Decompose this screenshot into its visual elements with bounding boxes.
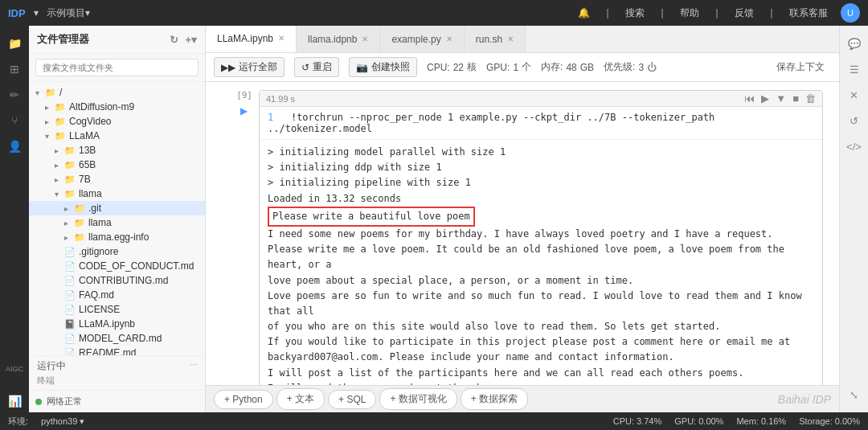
- search-label[interactable]: ｜: [603, 6, 612, 20]
- run-all-label: 运行全部: [239, 60, 277, 74]
- tree-llama-egg[interactable]: ▸ 📁 llama.egg-info: [29, 230, 205, 244]
- tree-altdiffusion[interactable]: ▸ 📁 AltDiffusion-m9: [29, 100, 205, 114]
- sidebar-title: 文件管理器: [37, 32, 89, 47]
- env-val[interactable]: python39 ▾: [41, 416, 84, 427]
- tree-llama-root[interactable]: ▾ 📁 LLaMA: [29, 129, 205, 143]
- add-python-tab[interactable]: + Python: [214, 390, 273, 409]
- mem-unit: GB: [580, 62, 594, 73]
- topbar: IDP ▾ 示例项目▾ 🔔 ｜ 搜索 ｜ 帮助 ｜ 反馈 ｜ 联系客服 U: [0, 0, 868, 26]
- tree-llamaipynb[interactable]: ▸ 📓 LLaMA.ipynb: [29, 317, 205, 331]
- trash-icon[interactable]: 🗑: [805, 92, 816, 104]
- tab-llama-idpnb-close[interactable]: ✕: [362, 35, 368, 43]
- tree-llama-sub2[interactable]: ▸ 📁 llama: [29, 215, 205, 230]
- add-text-tab[interactable]: + 文本: [276, 388, 325, 410]
- cell-play-button[interactable]: ▶: [235, 102, 252, 120]
- tree-gitignore[interactable]: ▸ 📄 .gitignore: [29, 244, 205, 259]
- sidebar-icon-aigc[interactable]: AIGC: [3, 358, 26, 380]
- tree-modelcard[interactable]: ▸ 📄 MODEL_CARD.md: [29, 331, 205, 346]
- tab-example-py-close[interactable]: ✕: [446, 35, 452, 43]
- running-section[interactable]: 运行中 ··· 终端: [29, 355, 205, 390]
- search-btn[interactable]: 搜索: [625, 6, 645, 20]
- play-icon[interactable]: ▶: [761, 92, 769, 104]
- avatar[interactable]: U: [841, 3, 860, 23]
- restart-label: 重启: [313, 60, 332, 74]
- skip-start-icon[interactable]: ⏮: [744, 92, 755, 104]
- sidebar-icon-files[interactable]: 📁: [3, 32, 26, 55]
- cell-content: 41.99 s ⏮ ▶ ▼ ■ 🗑 1 !torchrun --nproc_pe…: [259, 90, 823, 385]
- project-name[interactable]: 示例项目▾: [47, 6, 90, 20]
- add-explore-tab[interactable]: + 数据探索: [461, 388, 528, 410]
- cpu-unit: 核: [467, 60, 477, 74]
- cell-num: [9]: [236, 90, 252, 100]
- tree-faq[interactable]: ▸ 📄 FAQ.md: [29, 288, 205, 302]
- right-icon-list[interactable]: ☰: [843, 58, 866, 80]
- toolbar: ▶▶ 运行全部 ↺ 重启 📷 创建快照 CPU: 22 核 GPU: 1 个: [206, 53, 839, 82]
- sidebar-icon-person[interactable]: 👤: [3, 135, 26, 158]
- tab-example-py[interactable]: example.py ✕: [380, 26, 464, 53]
- status-label: 网络正常: [47, 395, 82, 407]
- tab-run-sh-close[interactable]: ✕: [507, 35, 514, 43]
- right-icon-history[interactable]: ↺: [843, 109, 866, 132]
- power-icon[interactable]: ⏻: [647, 62, 657, 73]
- sep4: ｜: [767, 6, 776, 20]
- tab-run-sh[interactable]: run.sh ✕: [465, 26, 526, 53]
- bottom-tabs: + Python + 文本 + SQL + 数据可视化 + 数据探索 Baiha…: [206, 385, 839, 412]
- sidebar-icon-branch[interactable]: ⑂: [3, 109, 26, 132]
- sidebar-icon-chart[interactable]: 📊: [3, 390, 26, 412]
- sidebar-icon-edit[interactable]: ✏: [3, 84, 26, 106]
- add-sql-tab[interactable]: + SQL: [328, 390, 376, 409]
- output-init1: > initializing model parallel with size …: [268, 145, 814, 160]
- snapshot-button[interactable]: 📷 创建快照: [349, 57, 417, 77]
- sb-gpu: GPU: 0.00%: [674, 416, 723, 426]
- tree-root[interactable]: ▾ 📁 /: [29, 85, 205, 100]
- sidebar-icon-grid[interactable]: ⊞: [3, 58, 26, 80]
- sep3: ｜: [712, 6, 722, 20]
- run-all-icon: ▶▶: [221, 62, 235, 73]
- add-icon[interactable]: +▾: [185, 34, 197, 46]
- tab-llama-idpnb[interactable]: llama.idpnb ✕: [297, 26, 380, 53]
- tree-contributing[interactable]: ▸ 📄 CONTRIBUTING.md: [29, 273, 205, 288]
- right-icon-chat[interactable]: 💬: [843, 32, 866, 55]
- run-all-button[interactable]: ▶▶ 运行全部: [214, 57, 285, 77]
- right-icon-code[interactable]: </>: [843, 135, 866, 158]
- output-highlight-line: Please write a beautiful love poem: [268, 207, 814, 227]
- tabs-bar: LLaMA.ipynb ✕ llama.idpnb ✕ example.py ✕…: [206, 26, 839, 53]
- save-button[interactable]: 保存上下文: [770, 59, 831, 75]
- sep2: ｜: [657, 6, 667, 20]
- tree-license[interactable]: ▸ 📄 LICENSE: [29, 302, 205, 317]
- env-label: 环境:: [8, 416, 28, 428]
- cell-code[interactable]: 1 !torchrun --nproc_per_node 1 example.p…: [260, 107, 822, 139]
- right-panel: LLaMA.ipynb ✕ llama.idpnb ✕ example.py ✕…: [206, 26, 839, 412]
- play-down-icon[interactable]: ▼: [776, 92, 786, 104]
- contact-btn[interactable]: 联系客服: [789, 6, 828, 20]
- tree-7b[interactable]: ▸ 📁 7B: [29, 172, 205, 186]
- add-viz-tab[interactable]: + 数据可视化: [379, 388, 457, 410]
- tree-readme[interactable]: ▸ 📄 README.md: [29, 346, 205, 355]
- mem-label: 内存:: [541, 60, 563, 74]
- status-bar-right: CPU: 3.74% GPU: 0.00% Mem: 0.16% Storage…: [613, 416, 860, 426]
- restart-button[interactable]: ↺ 重启: [294, 57, 339, 77]
- search-input[interactable]: [35, 59, 199, 76]
- notebook-area[interactable]: [9] ▶ 41.99 s ⏮ ▶ ▼ ■ 🗑: [206, 82, 839, 385]
- cell-code-content: !torchrun --nproc_per_node 1 example.py …: [268, 112, 714, 134]
- refresh-icon[interactable]: ↻: [170, 34, 178, 46]
- sb-storage: Storage: 0.00%: [799, 416, 860, 426]
- stop-icon[interactable]: ■: [792, 92, 799, 104]
- help-btn[interactable]: 帮助: [680, 6, 699, 20]
- tree-git[interactable]: ▸ 📁 .git: [29, 201, 205, 215]
- tab-llama-idpnb-label: llama.idpnb: [308, 34, 357, 45]
- tab-llama-ipynb-close[interactable]: ✕: [278, 34, 285, 43]
- cell-code-prefix: 1: [268, 112, 273, 123]
- sidebar-header-actions: ↻ +▾: [170, 34, 197, 46]
- tree-llama-sub[interactable]: ▾ 📁 llama: [29, 186, 205, 201]
- bell-icon[interactable]: 🔔: [578, 7, 590, 18]
- tree-cogvideo[interactable]: ▸ 📁 CogVideo: [29, 114, 205, 129]
- right-icon-resize[interactable]: ⤡: [843, 383, 866, 406]
- tab-llama-ipynb[interactable]: LLaMA.ipynb ✕: [206, 26, 297, 53]
- tab-example-py-label: example.py: [391, 34, 440, 45]
- tree-13b[interactable]: ▸ 📁 13B: [29, 143, 205, 158]
- tree-coc[interactable]: ▸ 📄 CODE_OF_CONDUCT.md: [29, 259, 205, 273]
- right-icon-close[interactable]: ✕: [843, 84, 866, 106]
- tree-65b[interactable]: ▸ 📁 65B: [29, 158, 205, 172]
- feedback-btn[interactable]: 反馈: [735, 6, 754, 20]
